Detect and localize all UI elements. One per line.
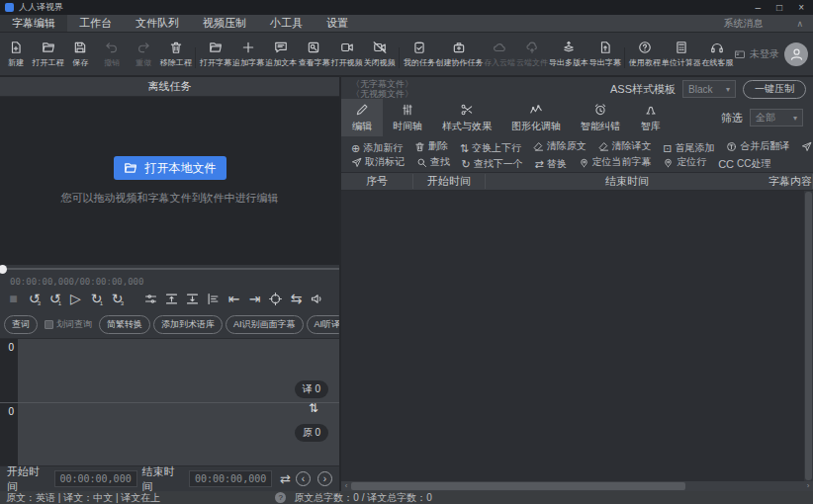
original-pane[interactable]: 0 bbox=[0, 403, 339, 466]
find-next-button[interactable]: ↻ 查找下一个 bbox=[462, 157, 523, 168]
clear-translation-button[interactable]: 清除译文 bbox=[598, 139, 652, 152]
tab-graphic-timing[interactable]: 图形化调轴 bbox=[501, 99, 571, 136]
swap-lines-button[interactable]: ⇅ 交换上下行 bbox=[460, 141, 521, 152]
delete-button[interactable]: 删除 bbox=[414, 139, 448, 152]
avatar[interactable] bbox=[784, 42, 808, 66]
add-head-tail-button[interactable]: ⊡ 首尾添加 bbox=[663, 141, 714, 152]
maximize-button[interactable]: □ bbox=[776, 3, 782, 13]
save-to-cloud-button[interactable]: 存入云端 bbox=[483, 41, 515, 68]
end-time-input[interactable] bbox=[189, 470, 272, 487]
append-text-button[interactable]: 追加文本 bbox=[265, 41, 298, 68]
new-project-button[interactable]: 新建 bbox=[0, 41, 32, 68]
create-collab-task-button[interactable]: 创建协作任务 bbox=[436, 41, 484, 68]
mark-button[interactable]: 标记 bbox=[801, 139, 813, 152]
online-support-button[interactable]: 在线客服 bbox=[701, 41, 734, 68]
my-tasks-button[interactable]: 我的任务 bbox=[403, 41, 435, 68]
word-lookup-checkbox[interactable] bbox=[45, 320, 53, 329]
jump-start-button[interactable]: ⇤ bbox=[224, 288, 244, 309]
minimize-button[interactable]: – bbox=[756, 3, 762, 13]
seek-track[interactable] bbox=[0, 268, 339, 270]
tab-style-effects[interactable]: 样式与效果 bbox=[432, 99, 501, 136]
open-local-file-button[interactable]: 打开本地文件 bbox=[114, 156, 226, 180]
unit-calculator-button[interactable]: 单位计算器 bbox=[661, 41, 700, 68]
unmark-button[interactable]: 取消标记 bbox=[351, 155, 405, 168]
jump-end-button[interactable]: ⇥ bbox=[244, 288, 265, 309]
tab-edit[interactable]: 编辑 bbox=[341, 99, 383, 136]
tab-timeline[interactable]: 时间轴 bbox=[383, 99, 432, 136]
replace-button[interactable]: ⇄ 替换 bbox=[535, 157, 567, 168]
seek-bar[interactable] bbox=[0, 265, 339, 275]
ai-ocr-subtitle-button[interactable]: AI识别画面字幕 bbox=[226, 315, 304, 334]
export-multi-version-button[interactable]: 导出多版本 bbox=[549, 41, 588, 68]
loop-button[interactable]: ⇆ bbox=[286, 288, 307, 309]
open-project-button[interactable]: 打开工程 bbox=[32, 41, 64, 68]
redo-button[interactable]: 重做 bbox=[128, 41, 159, 68]
close-video-button[interactable]: 关闭视频 bbox=[363, 41, 396, 68]
undo-button[interactable]: 撤销 bbox=[96, 41, 128, 68]
vertical-scroll-thumb[interactable] bbox=[805, 192, 812, 480]
shift-start-button[interactable] bbox=[161, 288, 182, 309]
one-click-compress-button[interactable]: 一键压制 bbox=[743, 80, 806, 99]
find-button[interactable]: 查找 bbox=[416, 155, 450, 168]
rewind-1s-button[interactable]: ↺ 1 bbox=[45, 288, 65, 309]
view-subtitle-button[interactable]: 查看字幕 bbox=[298, 41, 330, 68]
close-button[interactable]: × bbox=[798, 3, 804, 13]
tab-smart-check[interactable]: 智能纠错 bbox=[571, 99, 630, 136]
menu-workbench[interactable]: 工作台 bbox=[67, 15, 124, 32]
menu-tools[interactable]: 小工具 bbox=[258, 15, 315, 32]
stop-button[interactable]: ■ bbox=[3, 288, 24, 309]
original-text-input[interactable] bbox=[18, 403, 339, 466]
merge-translate-button[interactable]: 合并后翻译 bbox=[726, 139, 789, 152]
open-video-button[interactable]: 打开视频 bbox=[330, 41, 363, 68]
menu-video-compress[interactable]: 视频压制 bbox=[191, 15, 258, 32]
add-to-termbase-button[interactable]: 添加到术语库 bbox=[153, 315, 223, 334]
export-subtitle-button[interactable]: 导出字幕 bbox=[588, 41, 621, 68]
horizontal-scroll-thumb[interactable] bbox=[351, 482, 685, 490]
scroll-right-icon[interactable]: › bbox=[803, 482, 813, 490]
system-messages[interactable]: 系统消息 bbox=[723, 17, 763, 31]
collapse-caret-icon[interactable]: ∧ bbox=[796, 19, 803, 29]
remove-project-button[interactable]: 移除工程 bbox=[159, 41, 192, 68]
vertical-scrollbar[interactable] bbox=[804, 191, 813, 481]
locate-button[interactable] bbox=[265, 288, 286, 309]
align-button[interactable] bbox=[203, 288, 224, 309]
ai-transcribe-button[interactable]: AI听译 bbox=[307, 315, 339, 334]
append-subtitle-button[interactable]: 追加字幕 bbox=[232, 41, 265, 68]
help-icon[interactable]: ? bbox=[275, 492, 286, 503]
save-button[interactable]: 保存 bbox=[64, 41, 96, 68]
horizontal-scrollbar[interactable]: ‹ › bbox=[341, 481, 813, 491]
clear-original-button[interactable]: 清除原文 bbox=[533, 139, 587, 152]
seek-handle[interactable] bbox=[0, 265, 7, 274]
locate-line-button[interactable]: 定位行 bbox=[663, 155, 706, 168]
ass-template-dropdown[interactable]: Black ▾ bbox=[682, 80, 736, 98]
add-line-button[interactable]: ⊕ 添加新行 bbox=[351, 141, 403, 152]
shift-end-button[interactable] bbox=[182, 288, 203, 309]
next-subtitle-button[interactable]: › bbox=[317, 471, 332, 486]
open-subtitle-button[interactable]: 打开字幕 bbox=[199, 41, 231, 68]
play-button[interactable]: ▷ bbox=[65, 288, 86, 309]
menu-subtitle-edit[interactable]: 字幕编辑 bbox=[0, 15, 67, 32]
tab-knowledge[interactable]: 智库 bbox=[630, 99, 672, 136]
forward-3s-button[interactable]: ↻ 3 bbox=[107, 288, 128, 309]
translation-text-input[interactable] bbox=[18, 339, 339, 402]
swap-times-icon[interactable]: ⇄ bbox=[280, 471, 291, 486]
filter-dropdown[interactable]: 全部 ▾ bbox=[750, 109, 803, 126]
start-time-input[interactable] bbox=[54, 470, 137, 487]
locate-current-subtitle-button[interactable]: 定位当前字幕 bbox=[579, 155, 652, 168]
translation-pane[interactable]: 0 bbox=[0, 339, 339, 403]
menu-settings[interactable]: 设置 bbox=[315, 15, 360, 32]
tutorial-button[interactable]: 使用教程 bbox=[628, 41, 661, 68]
timeline-adjust-button[interactable] bbox=[140, 288, 161, 309]
simplified-traditional-button[interactable]: 简繁转换 bbox=[99, 315, 150, 334]
menu-file-queue[interactable]: 文件队列 bbox=[124, 15, 191, 32]
prev-subtitle-button[interactable]: ‹ bbox=[296, 471, 311, 486]
scroll-left-icon[interactable]: ‹ bbox=[341, 482, 351, 490]
lookup-word-button[interactable]: 查词 bbox=[4, 315, 38, 334]
rewind-3s-button[interactable]: ↺ 3 bbox=[24, 288, 45, 309]
forward-1s-button[interactable]: ↻ 1 bbox=[86, 288, 107, 309]
subtitle-table-body[interactable] bbox=[341, 191, 813, 481]
cloud-files-button[interactable]: 云端文件 bbox=[515, 41, 548, 68]
volume-button[interactable] bbox=[307, 288, 327, 309]
login-status[interactable]: 未登录 bbox=[734, 47, 779, 61]
cc-process-button[interactable]: CC CC处理 bbox=[718, 157, 770, 168]
